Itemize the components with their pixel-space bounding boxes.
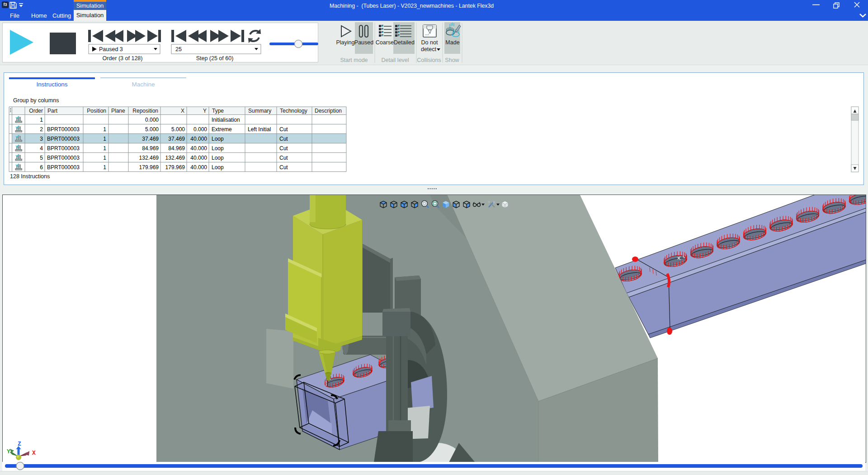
svg-text:40.000: 40.000 — [190, 145, 207, 152]
svg-text:4: 4 — [40, 145, 43, 152]
svg-text:179.969: 179.969 — [165, 164, 185, 171]
svg-text:40.000: 40.000 — [190, 155, 207, 161]
svg-text:37.469: 37.469 — [168, 136, 185, 142]
svg-text:1: 1 — [103, 126, 106, 133]
svg-text:84.969: 84.969 — [142, 145, 159, 152]
svg-text:1: 1 — [103, 164, 106, 171]
svg-text:Y: Y — [7, 448, 10, 455]
svg-text:40.000: 40.000 — [190, 136, 207, 142]
svg-text:Loop: Loop — [212, 164, 224, 171]
svg-text:BPRT000003: BPRT000003 — [47, 155, 80, 161]
svg-text:Loop: Loop — [212, 155, 224, 161]
svg-text:37.469: 37.469 — [142, 136, 159, 142]
svg-text:Z: Z — [18, 441, 21, 447]
svg-text:Type: Type — [212, 108, 224, 114]
svg-text:Plane: Plane — [111, 108, 125, 114]
svg-text:Extreme: Extreme — [212, 126, 232, 133]
svg-text:BPRT000003: BPRT000003 — [47, 126, 80, 133]
svg-text:1: 1 — [103, 136, 106, 142]
svg-text:Cut: Cut — [279, 155, 288, 161]
svg-text:132.469: 132.469 — [165, 155, 185, 161]
svg-text:1: 1 — [103, 145, 106, 152]
svg-text:5: 5 — [40, 155, 43, 161]
svg-text:Part: Part — [47, 108, 58, 114]
svg-text:Summary: Summary — [248, 108, 271, 114]
svg-text:3: 3 — [40, 136, 43, 142]
svg-text:Cut: Cut — [279, 145, 288, 152]
svg-text:BPRT000003: BPRT000003 — [47, 145, 80, 152]
svg-text:5.000: 5.000 — [171, 126, 185, 133]
svg-text:6: 6 — [40, 164, 43, 171]
svg-text:Reposition: Reposition — [132, 108, 158, 114]
svg-text:Left Initial: Left Initial — [248, 126, 271, 133]
svg-text:1: 1 — [103, 155, 106, 161]
svg-text:X: X — [32, 450, 36, 456]
svg-text:Y: Y — [203, 108, 207, 114]
svg-text:Loop: Loop — [212, 136, 224, 142]
svg-text:X: X — [181, 108, 184, 114]
svg-text:Technology: Technology — [280, 108, 307, 114]
svg-text:179.969: 179.969 — [139, 164, 159, 171]
svg-text:BPRT000003: BPRT000003 — [47, 136, 80, 142]
svg-text:Cut: Cut — [279, 136, 288, 142]
svg-text:40.000: 40.000 — [190, 164, 207, 171]
svg-text:Cut: Cut — [279, 164, 288, 171]
svg-text:84.969: 84.969 — [168, 145, 185, 152]
svg-text:Initialisation: Initialisation — [212, 117, 240, 123]
svg-text:1: 1 — [40, 117, 43, 123]
svg-text:0.000: 0.000 — [193, 126, 207, 133]
svg-text:Description: Description — [315, 108, 342, 114]
svg-text:5.000: 5.000 — [145, 126, 159, 133]
svg-text:Order: Order — [29, 108, 43, 114]
svg-text:Cut: Cut — [279, 126, 288, 133]
svg-text:2: 2 — [40, 126, 43, 133]
svg-text:Loop: Loop — [212, 145, 224, 152]
svg-text:0.000: 0.000 — [145, 117, 159, 123]
svg-text:BPRT000003: BPRT000003 — [47, 164, 80, 171]
svg-text:Position: Position — [87, 108, 106, 114]
svg-text:132.469: 132.469 — [139, 155, 159, 161]
